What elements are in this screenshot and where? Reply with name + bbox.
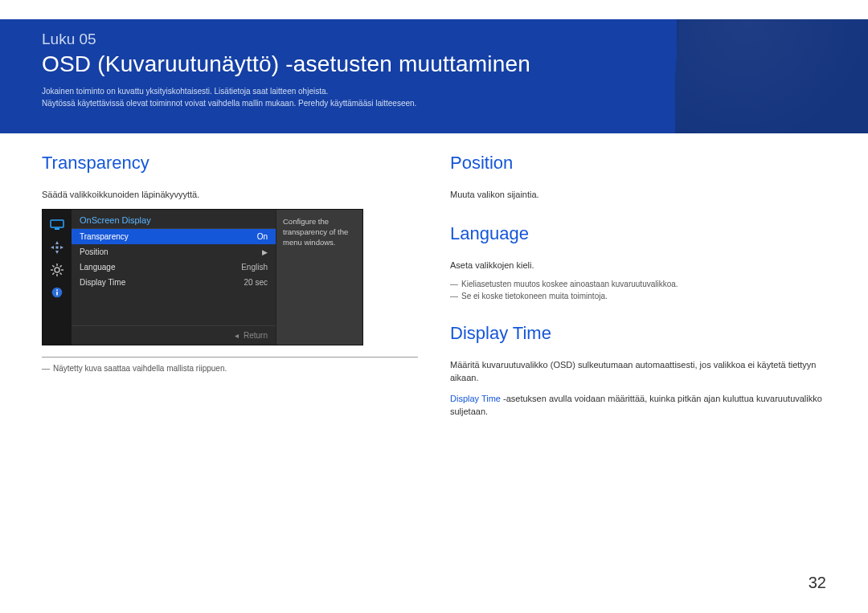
svg-marker-5 <box>60 246 63 249</box>
osd-main: OnScreen Display Transparency On Positio… <box>72 210 276 345</box>
language-desc: Aseta valikkojen kieli. <box>450 259 826 272</box>
osd-row-value: 20 sec <box>244 278 268 287</box>
display-time-line2: Display Time -asetuksen avulla voidaan m… <box>450 392 826 418</box>
navigate-icon <box>48 239 66 256</box>
osd-row-label: Language <box>80 263 241 272</box>
svg-point-7 <box>55 268 59 272</box>
osd-footer: ◂ Return <box>72 325 276 345</box>
heading-display-time: Display Time <box>450 323 826 344</box>
osd-row-label: Transparency <box>80 232 257 241</box>
svg-line-13 <box>60 273 62 275</box>
transparency-desc: Säädä valikkoikkunoiden läpinäkyvyyttä. <box>42 188 418 201</box>
osd-row-language[interactable]: Language English <box>72 260 276 275</box>
osd-row-position[interactable]: Position ▶ <box>72 244 276 260</box>
svg-marker-4 <box>51 246 54 249</box>
svg-rect-6 <box>56 247 59 249</box>
monitor-icon <box>48 216 66 234</box>
content-area: Transparency Säädä valikkoikkunoiden läp… <box>42 153 826 426</box>
svg-rect-1 <box>55 228 59 230</box>
intro-text: Jokainen toiminto on kuvattu yksityiskoh… <box>42 85 556 109</box>
osd-screenshot: OnScreen Display Transparency On Positio… <box>42 209 363 345</box>
osd-help-panel: Configure the transparency of the menu w… <box>276 210 362 345</box>
osd-row-transparency[interactable]: Transparency On <box>72 229 276 244</box>
intro-line-2: Näytössä käytettävissä olevat toiminnot … <box>42 97 556 109</box>
osd-sidebar <box>43 210 72 345</box>
right-column: Position Muuta valikon sijaintia. Langua… <box>450 153 826 426</box>
heading-position: Position <box>450 153 826 174</box>
gear-icon <box>48 261 66 279</box>
osd-row-label: Position <box>80 247 262 256</box>
banner-decor <box>675 19 868 133</box>
chevron-right-icon: ▶ <box>262 248 268 256</box>
info-icon <box>48 284 66 301</box>
osd-row-displaytime[interactable]: Display Time 20 sec <box>72 275 276 290</box>
manual-page: Luku 05 OSD (Kuvaruutunäyttö) -asetusten… <box>0 0 868 613</box>
screenshot-footnote: Näytetty kuva saattaa vaihdella mallista… <box>42 364 418 373</box>
left-column: Transparency Säädä valikkoikkunoiden läp… <box>42 153 418 426</box>
divider <box>42 357 418 358</box>
svg-line-14 <box>52 273 54 275</box>
heading-language: Language <box>450 223 826 244</box>
chapter-banner: Luku 05 OSD (Kuvaruutunäyttö) -asetusten… <box>0 19 868 133</box>
language-note-2: Se ei koske tietokoneen muita toimintoja… <box>450 292 826 300</box>
osd-row-label: Display Time <box>80 278 244 287</box>
svg-line-12 <box>52 265 54 267</box>
svg-marker-3 <box>55 251 59 254</box>
position-desc: Muuta valikon sijaintia. <box>450 188 826 201</box>
intro-line-1: Jokainen toiminto on kuvattu yksityiskoh… <box>42 85 556 97</box>
return-label[interactable]: Return <box>244 331 268 340</box>
language-note-1: Kieliasetusten muutos koskee ainoastaan … <box>450 280 826 288</box>
svg-rect-17 <box>56 292 58 296</box>
display-time-em: Display Time <box>450 394 501 403</box>
svg-marker-2 <box>55 241 59 244</box>
heading-transparency: Transparency <box>42 153 418 174</box>
svg-rect-18 <box>56 289 58 291</box>
page-number: 32 <box>809 574 826 592</box>
svg-line-15 <box>60 265 62 267</box>
display-time-tail: -asetuksen avulla voidaan määrittää, kui… <box>450 394 822 416</box>
back-triangle-icon: ◂ <box>235 331 239 340</box>
osd-row-value: On <box>257 232 268 241</box>
osd-row-value: English <box>241 263 268 272</box>
display-time-line1: Määritä kuvaruutuvalikko (OSD) sulkeutum… <box>450 358 826 384</box>
osd-title: OnScreen Display <box>72 210 276 229</box>
svg-rect-0 <box>51 220 63 227</box>
